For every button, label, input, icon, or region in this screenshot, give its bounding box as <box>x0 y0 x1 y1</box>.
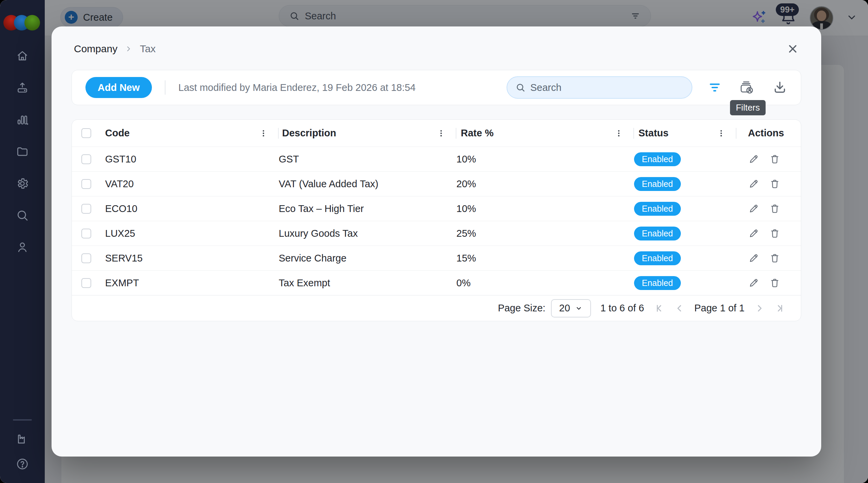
cell-code: ECO10 <box>105 203 279 214</box>
column-menu-icon[interactable] <box>717 129 726 138</box>
column-header-description[interactable]: Description <box>282 128 336 139</box>
pencil-icon <box>748 178 760 190</box>
last-page-button[interactable] <box>774 303 785 314</box>
page-size-value: 20 <box>559 303 570 314</box>
table-row: VAT20 VAT (Value Added Tax) 20% Enabled <box>72 171 801 196</box>
home-icon <box>16 49 29 63</box>
next-page-button[interactable] <box>754 303 765 314</box>
table-row: GST10 GST 10% Enabled <box>72 147 801 171</box>
delete-button[interactable] <box>769 178 781 190</box>
search-icon <box>16 209 29 222</box>
column-header-code[interactable]: Code <box>105 128 130 139</box>
page-size-select[interactable]: 20 <box>551 299 591 317</box>
gear-icon <box>16 177 29 190</box>
sidebar-item-settings[interactable] <box>16 177 29 190</box>
sidebar-item-search[interactable] <box>16 209 29 222</box>
cell-code: GST10 <box>105 154 279 165</box>
first-page-button[interactable] <box>654 303 665 314</box>
breadcrumb-chevron-icon <box>124 44 133 53</box>
sidebar-item-upload[interactable] <box>16 81 29 95</box>
delete-button[interactable] <box>769 252 781 264</box>
pencil-icon <box>748 252 760 264</box>
page-size-label: Page Size: <box>498 303 545 314</box>
saved-views-button[interactable] <box>739 80 755 95</box>
status-badge[interactable]: Enabled <box>634 227 681 240</box>
cell-description: GST <box>279 154 456 165</box>
table-row: EXMPT Tax Exempt 0% Enabled <box>72 270 801 295</box>
status-badge[interactable]: Enabled <box>634 177 681 191</box>
sidebar-item-home[interactable] <box>16 49 29 63</box>
edit-button[interactable] <box>748 252 760 264</box>
download-icon <box>772 80 787 95</box>
chevron-right-icon <box>754 303 765 314</box>
status-badge[interactable]: Enabled <box>634 152 681 166</box>
sidebar-item-workspace[interactable] <box>16 432 29 446</box>
close-icon <box>786 42 800 56</box>
row-checkbox[interactable] <box>81 278 91 288</box>
edit-button[interactable] <box>748 178 760 190</box>
trash-icon <box>769 178 781 190</box>
table-row: ECO10 Eco Tax – High Tier 10% Enabled <box>72 196 801 221</box>
cell-description: Luxury Goods Tax <box>279 228 456 239</box>
logo-green-circle <box>24 15 40 31</box>
cell-code: VAT20 <box>105 178 279 190</box>
sidebar-divider <box>13 419 32 421</box>
column-menu-icon[interactable] <box>437 129 446 138</box>
row-checkbox[interactable] <box>81 253 91 263</box>
row-checkbox[interactable] <box>81 179 91 189</box>
previous-page-button[interactable] <box>674 303 685 314</box>
column-menu-icon[interactable] <box>259 129 268 138</box>
sidebar-item-profile[interactable] <box>16 240 29 254</box>
trash-icon <box>769 153 781 165</box>
status-badge[interactable]: Enabled <box>634 202 681 216</box>
table-header-row: Code Description Rate % Status Actions <box>72 120 801 147</box>
app-logo[interactable] <box>0 0 45 38</box>
column-header-status[interactable]: Status <box>638 128 669 139</box>
edit-button[interactable] <box>748 203 760 214</box>
delete-button[interactable] <box>769 228 781 239</box>
trash-icon <box>769 252 781 264</box>
toolbar-divider <box>165 80 165 95</box>
row-checkbox[interactable] <box>81 154 91 164</box>
delete-button[interactable] <box>769 277 781 289</box>
delete-button[interactable] <box>769 203 781 214</box>
column-header-actions: Actions <box>748 128 784 139</box>
cell-code: EXMPT <box>105 277 279 289</box>
tax-table: Code Description Rate % Status Actions <box>72 119 801 321</box>
column-header-rate[interactable]: Rate % <box>461 128 494 139</box>
add-new-button[interactable]: Add New <box>85 77 152 98</box>
sidebar-item-files[interactable] <box>16 145 29 158</box>
pencil-icon <box>748 228 760 239</box>
table-search-input[interactable]: Search <box>507 76 692 99</box>
export-button[interactable] <box>772 80 787 95</box>
sidebar-item-analytics[interactable] <box>16 113 29 127</box>
cell-rate: 10% <box>456 203 634 214</box>
edit-button[interactable] <box>748 153 760 165</box>
cell-rate: 15% <box>456 253 634 264</box>
filters-button[interactable] <box>708 81 722 94</box>
close-button[interactable] <box>785 41 800 56</box>
cell-description: Eco Tax – High Tier <box>279 203 456 214</box>
sidebar-item-help[interactable] <box>16 457 29 471</box>
person-icon <box>16 240 29 254</box>
cell-rate: 0% <box>456 277 634 289</box>
cell-rate: 25% <box>456 228 634 239</box>
status-badge[interactable]: Enabled <box>634 251 681 265</box>
trash-icon <box>769 228 781 239</box>
row-checkbox[interactable] <box>81 204 91 214</box>
column-menu-icon[interactable] <box>614 129 623 138</box>
tax-settings-modal: Company Tax Add New Last modified by Mar… <box>52 26 821 457</box>
breadcrumb-current: Tax <box>140 43 156 55</box>
pencil-icon <box>748 203 760 214</box>
row-checkbox[interactable] <box>81 229 91 238</box>
select-all-checkbox[interactable] <box>81 128 91 138</box>
delete-button[interactable] <box>769 153 781 165</box>
row-range-text: 1 to 6 of 6 <box>600 303 644 314</box>
edit-button[interactable] <box>748 228 760 239</box>
breadcrumb-parent[interactable]: Company <box>74 43 117 55</box>
card-stack-user-icon <box>739 80 755 95</box>
table-row: LUX25 Luxury Goods Tax 25% Enabled <box>72 221 801 246</box>
filters-tooltip: Filters <box>730 100 766 115</box>
edit-button[interactable] <box>748 277 760 289</box>
status-badge[interactable]: Enabled <box>634 276 681 290</box>
